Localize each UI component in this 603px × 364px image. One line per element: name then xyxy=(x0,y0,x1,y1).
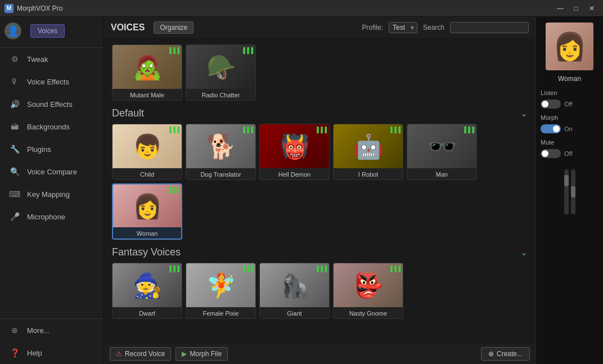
create-button[interactable]: ⊕ Create... xyxy=(481,347,530,361)
voice-label-nasty-gnome: Nasty Gnome xyxy=(334,309,403,318)
sidebar-item-voice-effects[interactable]: 🎙 Voice Effects xyxy=(0,70,104,93)
record-voice-button[interactable]: ⚠ Record Voice xyxy=(110,347,171,361)
sidebar-item-tweak[interactable]: ⚙ Tweak xyxy=(0,48,104,70)
more-icon: ⊕ xyxy=(9,325,20,336)
search-label: Search xyxy=(423,24,444,32)
right-panel-slider-2[interactable] xyxy=(571,169,575,214)
slider-thumb-1 xyxy=(564,175,569,186)
app-icon: M xyxy=(4,4,14,13)
right-panel-avatar: 👩 xyxy=(546,23,593,70)
voice-label-dwarf: Dwarf xyxy=(112,309,182,318)
sidebar-item-microphone[interactable]: 🎤 Microphone xyxy=(0,205,104,228)
main-layout: 👤 Voices ⚙ Tweak 🎙 Voice Effects 🔊 Sound… xyxy=(0,17,603,364)
featured-voices-grid: 🧟 ▐▐▐ Mutant Male 🪖 ▐▐▐ Radio Chatter xyxy=(112,44,528,101)
fantasy-section-collapse-icon[interactable]: ⌄ xyxy=(520,247,528,258)
tweak-icon: ⚙ xyxy=(9,53,20,65)
voice-label-hell-demon: Hell Demon xyxy=(260,170,329,179)
signal-icon-giant: ▐▐▐ xyxy=(315,266,327,272)
voices-button[interactable]: Voices xyxy=(30,24,65,38)
signal-icon-woman: ▐▐▐ xyxy=(167,187,179,193)
sidebar-label-backgrounds: Backgrounds xyxy=(27,123,70,131)
sidebar-item-more[interactable]: ⊕ More... xyxy=(0,319,104,341)
morph-file-label: Morph File xyxy=(190,350,222,358)
sidebar-label-help: Help xyxy=(27,349,42,357)
create-label: Create... xyxy=(497,350,523,358)
sidebar-item-help[interactable]: ❓ Help xyxy=(0,341,104,364)
content-header: VOICES Organize Profile: Test ▼ Search xyxy=(104,17,536,39)
sidebar-label-voice-compare: Voice Compare xyxy=(27,168,77,176)
default-section-collapse-icon[interactable]: ⌄ xyxy=(520,108,528,119)
morph-toggle[interactable] xyxy=(541,124,561,133)
signal-icon-child: ▐▐▐ xyxy=(168,127,179,133)
organize-button[interactable]: Organize xyxy=(154,21,194,34)
voice-card-giant[interactable]: 🦍 ▐▐▐ Giant xyxy=(259,263,330,319)
close-button[interactable]: ✕ xyxy=(585,3,598,14)
listen-toggle-row: Off xyxy=(541,100,598,109)
voice-card-i-robot[interactable]: 🤖 ▐▐▐ I Robot xyxy=(333,124,403,180)
voice-label-mutant-male: Mutant Male xyxy=(112,91,182,100)
voices-area[interactable]: 🧟 ▐▐▐ Mutant Male 🪖 ▐▐▐ Radio Chatter De… xyxy=(104,39,536,343)
voice-card-woman[interactable]: 👩 ▐▐▐ Woman xyxy=(112,183,182,240)
key-mapping-icon: ⌨ xyxy=(9,188,20,200)
voices-title: VOICES xyxy=(111,23,145,33)
default-voices-grid: 👦 ▐▐▐ Child 🐕 ▐▐▐ Dog Translator 👹 xyxy=(112,124,528,240)
voice-card-dog-translator[interactable]: 🐕 ▐▐▐ Dog Translator xyxy=(186,124,256,180)
backgrounds-icon: 🏔 xyxy=(9,121,20,132)
search-input[interactable] xyxy=(450,22,529,33)
mute-label: Mute xyxy=(541,139,598,146)
maximize-button[interactable]: □ xyxy=(569,3,583,14)
morph-toggle-row: On xyxy=(541,124,598,133)
voice-label-woman: Woman xyxy=(113,229,181,239)
bottom-bar: ⚠ Record Voice ▶ Morph File ⊕ Create... xyxy=(104,343,536,364)
sidebar-item-key-mapping[interactable]: ⌨ Key Mapping xyxy=(0,183,104,205)
help-icon: ❓ xyxy=(9,347,20,358)
voice-label-man: Man xyxy=(407,170,476,179)
listen-label: Listen xyxy=(541,89,598,96)
microphone-icon: 🎤 xyxy=(9,211,20,222)
minimize-button[interactable]: — xyxy=(554,3,567,14)
profile-select[interactable]: Test xyxy=(389,22,417,33)
sidebar-item-voice-compare[interactable]: 🔍 Voice Compare xyxy=(0,160,104,183)
fantasy-section-header: Fantasy Voices ⌄ xyxy=(112,246,528,258)
mute-toggle-row: Off xyxy=(541,149,598,158)
sidebar-label-voice-effects: Voice Effects xyxy=(27,78,69,86)
right-panel-name: Woman xyxy=(558,75,581,83)
sidebar-item-sound-effects[interactable]: 🔊 Sound Effects xyxy=(0,93,104,115)
mute-state: Off xyxy=(564,150,572,157)
create-plus-icon: ⊕ xyxy=(488,350,494,358)
plugins-icon: 🔧 xyxy=(9,143,20,155)
right-panel-slider-1[interactable] xyxy=(564,169,569,214)
mute-toggle[interactable] xyxy=(541,149,561,158)
profile-select-wrapper: Test ▼ xyxy=(389,22,417,33)
voice-card-man[interactable]: 🕶️ ▐▐▐ Man xyxy=(407,124,477,180)
signal-icon-man: ▐▐▐ xyxy=(462,127,474,133)
voice-card-child[interactable]: 👦 ▐▐▐ Child xyxy=(112,124,182,180)
listen-toggle[interactable] xyxy=(541,100,561,109)
voice-card-hell-demon[interactable]: 👹 ▐▐▐ Hell Demon xyxy=(259,124,330,180)
voice-card-mutant-male[interactable]: 🧟 ▐▐▐ Mutant Male xyxy=(112,44,182,101)
signal-icon-female-pixie: ▐▐▐ xyxy=(241,266,253,272)
profile-label: Profile: xyxy=(362,24,383,32)
sidebar-item-plugins[interactable]: 🔧 Plugins xyxy=(0,138,104,160)
right-panel-controls: Listen Off Morph On Mute Off xyxy=(541,89,598,161)
listen-state: Off xyxy=(564,101,572,107)
signal-icon-dwarf: ▐▐▐ xyxy=(168,266,179,272)
sidebar-bottom: ⊕ More... ❓ Help xyxy=(0,318,104,364)
signal-icon-nasty-gnome: ▐▐▐ xyxy=(389,266,400,272)
voice-compare-icon: 🔍 xyxy=(9,166,20,177)
voice-label-child: Child xyxy=(112,170,182,179)
sidebar-label-tweak: Tweak xyxy=(27,55,48,64)
voice-label-female-pixie: Female Pixie xyxy=(186,309,255,318)
voice-effects-icon: 🎙 xyxy=(9,76,20,87)
voice-card-radio-chatter[interactable]: 🪖 ▐▐▐ Radio Chatter xyxy=(186,44,256,101)
voice-label-dog-translator: Dog Translator xyxy=(186,170,255,179)
voice-label-radio-chatter: Radio Chatter xyxy=(186,91,255,100)
app-title: MorphVOX Pro xyxy=(17,5,554,12)
voice-card-nasty-gnome[interactable]: 👺 ▐▐▐ Nasty Gnome xyxy=(333,263,403,319)
voice-card-dwarf[interactable]: 🧙 ▐▐▐ Dwarf xyxy=(112,263,182,319)
sidebar-item-backgrounds[interactable]: 🏔 Backgrounds xyxy=(0,115,104,138)
morph-file-button[interactable]: ▶ Morph File xyxy=(176,347,228,361)
sidebar-label-key-mapping: Key Mapping xyxy=(27,190,70,199)
sidebar-label-more: More... xyxy=(27,326,50,335)
voice-card-female-pixie[interactable]: 🧚 ▐▐▐ Female Pixie xyxy=(186,263,256,319)
